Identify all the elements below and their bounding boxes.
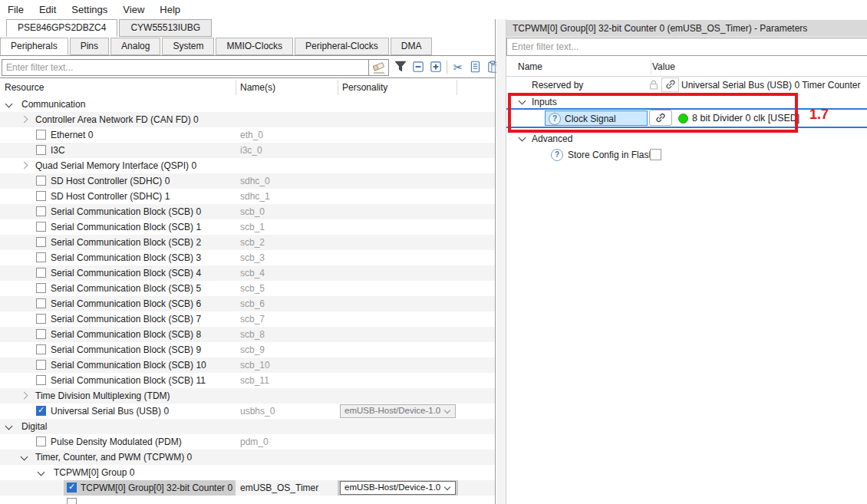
tree-row[interactable]: Serial Communication Block (SCB) 1scb_1 xyxy=(0,219,496,235)
pane-splitter[interactable] xyxy=(496,19,506,504)
resource-checkbox[interactable] xyxy=(36,268,46,278)
section-inputs-label: Inputs xyxy=(532,97,557,107)
resource-checkbox[interactable] xyxy=(36,130,46,140)
tree-row[interactable]: Communication xyxy=(0,97,496,112)
resource-checkbox[interactable] xyxy=(36,145,46,155)
menu-item-view[interactable]: View xyxy=(115,0,152,15)
tree-row[interactable]: Serial Communication Block (SCB) 8scb_8 xyxy=(0,327,496,342)
chevron-down-icon[interactable] xyxy=(5,423,13,430)
column-header-value: Value xyxy=(652,61,675,72)
resource-checkbox[interactable] xyxy=(36,436,46,446)
tree-row[interactable]: Serial Communication Block (SCB) 10scb_1… xyxy=(0,357,496,373)
tree-row[interactable]: SD Host Controller (SDHC) 1sdhc_1 xyxy=(0,189,496,204)
device-tab-0[interactable]: PSE846GPS2DBZC4 xyxy=(6,19,117,37)
section-advanced[interactable]: Advanced xyxy=(506,130,867,146)
tree-row[interactable]: TCPWM[0] Group 0 xyxy=(0,465,496,480)
section-advanced-label: Advanced xyxy=(532,133,572,144)
menu-item-settings[interactable]: Settings xyxy=(64,0,115,15)
resource-checkbox[interactable] xyxy=(36,329,46,339)
device-tabs: PSE846GPS2DBZC4CYW55513IUBG xyxy=(6,19,213,37)
tree-row[interactable]: Timer, Counter, and PWM (TCPWM) 0 xyxy=(0,450,496,465)
tree-row[interactable]: Serial Communication Block (SCB) 9scb_9 xyxy=(0,342,496,357)
tree-row[interactable]: I3Ci3c_0 xyxy=(0,143,496,158)
chevron-down-icon[interactable] xyxy=(21,453,28,461)
resource-checkbox[interactable] xyxy=(36,176,46,186)
menu-item-edit[interactable]: Edit xyxy=(31,0,64,15)
resource-name-label: pdm_0 xyxy=(240,436,269,447)
store-config-checkbox[interactable] xyxy=(650,149,661,160)
link-icon[interactable] xyxy=(661,77,679,92)
tree-row[interactable] xyxy=(0,496,496,504)
chevron-right-icon[interactable] xyxy=(21,162,28,170)
tab-mmio-clocks[interactable]: MMIO-Clocks xyxy=(216,38,293,55)
expand-all-icon[interactable] xyxy=(429,60,444,75)
resource-checkbox[interactable] xyxy=(67,483,77,492)
tree-row[interactable]: Serial Communication Block (SCB) 4scb_4 xyxy=(0,265,496,281)
resource-checkbox[interactable] xyxy=(67,498,77,504)
eraser-icon[interactable] xyxy=(368,59,389,76)
resource-checkbox[interactable] xyxy=(36,360,46,370)
resource-label: Serial Communication Block (SCB) 0 xyxy=(51,206,201,217)
tree-row[interactable]: Ethernet 0eth_0 xyxy=(0,127,496,143)
clock-signal-value[interactable]: 8 bit Divider 0 clk [USED] xyxy=(692,113,799,124)
tab-dma[interactable]: DMA xyxy=(391,38,433,55)
tab-analog[interactable]: Analog xyxy=(110,38,160,55)
device-tab-1[interactable]: CYW55513IUBG xyxy=(119,19,212,37)
parameters-filter-input[interactable] xyxy=(506,38,867,56)
resource-filter-input[interactable] xyxy=(2,59,389,76)
tree-row[interactable]: Time Division Multiplexing (TDM) xyxy=(0,388,496,404)
tree-row[interactable]: Universal Serial Bus (USB) 0usbhs_0emUSB… xyxy=(0,404,496,419)
tab-pins[interactable]: Pins xyxy=(70,38,109,55)
resource-name-label: scb_4 xyxy=(240,268,265,278)
chevron-down-icon[interactable] xyxy=(38,469,45,476)
resource-checkbox[interactable] xyxy=(36,298,46,308)
parameters-pane-title: TCPWM[0] Group[0] 32-bit Counter 0 (emUS… xyxy=(506,20,867,37)
resource-checkbox[interactable] xyxy=(36,237,46,247)
chevron-down-icon[interactable] xyxy=(5,100,13,108)
tree-row[interactable]: Serial Communication Block (SCB) 5scb_5 xyxy=(0,281,496,296)
tab-peripheral-clocks[interactable]: Peripheral-Clocks xyxy=(295,38,389,55)
resource-checkbox[interactable] xyxy=(36,375,46,385)
tree-row[interactable]: Serial Communication Block (SCB) 0scb_0 xyxy=(0,204,496,219)
resource-checkbox[interactable] xyxy=(36,344,46,354)
copy-icon[interactable] xyxy=(469,60,484,75)
collapse-all-icon[interactable] xyxy=(411,60,427,75)
divider xyxy=(651,60,651,74)
chevron-right-icon[interactable] xyxy=(21,392,28,400)
resource-checkbox[interactable] xyxy=(36,191,46,201)
tab-system[interactable]: System xyxy=(162,38,214,55)
tree-row[interactable]: SD Host Controller (SDHC) 0sdhc_0 xyxy=(0,173,496,189)
tree-row[interactable]: Digital xyxy=(0,419,496,434)
divider xyxy=(236,80,236,95)
resource-checkbox[interactable] xyxy=(36,206,46,216)
tab-peripherals[interactable]: Peripherals xyxy=(0,38,68,55)
clock-signal-cell[interactable]: ? Clock Signal xyxy=(545,110,648,126)
resource-checkbox[interactable] xyxy=(36,222,46,232)
resource-checkbox[interactable] xyxy=(36,406,46,416)
menu-item-file[interactable]: File xyxy=(0,0,31,15)
tree-row[interactable]: Serial Communication Block (SCB) 2scb_2 xyxy=(0,235,496,250)
resource-checkbox[interactable] xyxy=(36,314,46,324)
chevron-down-icon xyxy=(519,97,526,105)
tree-row[interactable]: Serial Communication Block (SCB) 6scb_6 xyxy=(0,296,496,311)
reserved-by-label: Reserved by xyxy=(532,80,583,91)
menu-item-help[interactable]: Help xyxy=(152,0,188,15)
resource-checkbox[interactable] xyxy=(36,252,46,262)
lock-icon xyxy=(648,79,659,91)
tree-row[interactable]: Serial Communication Block (SCB) 3scb_3 xyxy=(0,250,496,265)
cut-icon[interactable]: ✂ xyxy=(450,60,466,75)
link-icon[interactable] xyxy=(649,110,672,126)
tree-row[interactable]: TCPWM[0] Group[0] 32-bit Counter 0emUSB_… xyxy=(0,480,496,496)
personality-select[interactable]: emUSB-Host/Device-1.0 xyxy=(340,481,456,495)
filter-icon[interactable] xyxy=(394,60,409,75)
tree-row[interactable]: Controller Area Network FD (CAN FD) 0 xyxy=(0,112,496,127)
tree-row[interactable]: Serial Communication Block (SCB) 7scb_7 xyxy=(0,311,496,327)
resource-label: Serial Communication Block (SCB) 6 xyxy=(51,298,201,309)
resource-checkbox[interactable] xyxy=(36,283,46,293)
personality-select-value: emUSB-Host/Device-1.0 xyxy=(344,483,440,492)
tree-row[interactable]: Pulse Density Modulated (PDM)pdm_0 xyxy=(0,434,496,450)
tree-row[interactable]: Quad Serial Memory Interface (QSPI) 0 xyxy=(0,158,496,173)
tree-row[interactable]: Serial Communication Block (SCB) 11scb_1… xyxy=(0,373,496,388)
chevron-right-icon[interactable] xyxy=(21,116,28,124)
resource-label: Serial Communication Block (SCB) 2 xyxy=(51,237,201,248)
